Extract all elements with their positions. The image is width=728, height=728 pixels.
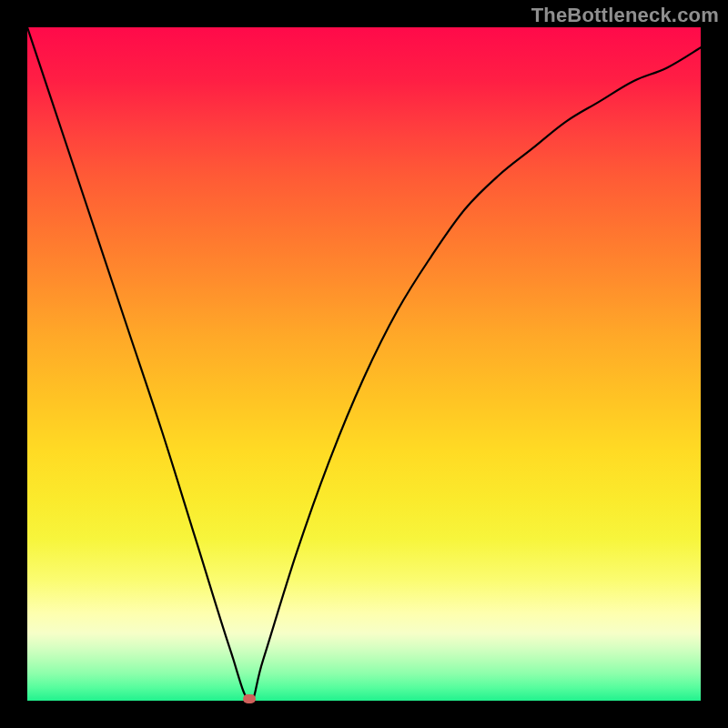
watermark-text: TheBottleneck.com bbox=[531, 4, 719, 27]
plot-area bbox=[27, 27, 701, 701]
chart-frame: TheBottleneck.com bbox=[0, 0, 728, 728]
bottleneck-curve bbox=[27, 27, 701, 701]
optimal-point-marker bbox=[243, 694, 256, 703]
